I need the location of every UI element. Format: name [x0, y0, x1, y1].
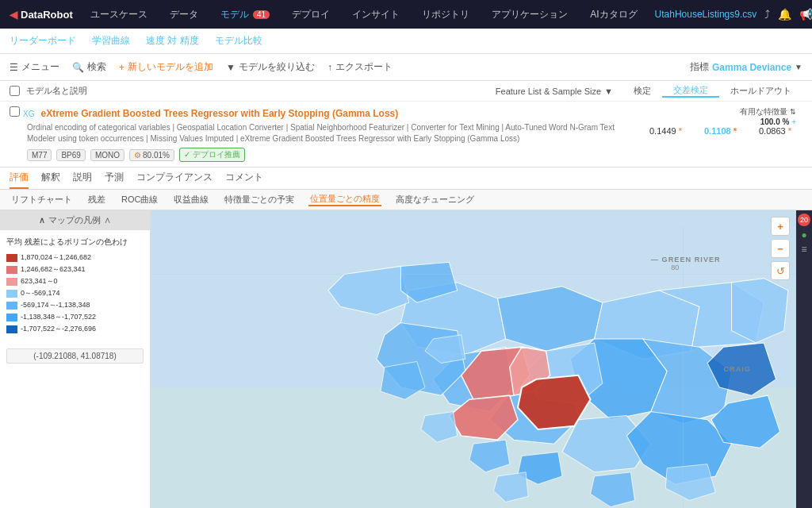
tab-evaluation[interactable]: 評価: [10, 171, 29, 189]
subnav-learning-curve[interactable]: 学習曲線: [92, 34, 130, 48]
zoom-in-button[interactable]: +: [771, 217, 790, 236]
validation-col-header: 検定: [622, 85, 662, 97]
select-all-checkbox[interactable]: [10, 86, 20, 96]
status-online-icon[interactable]: ●: [801, 229, 806, 241]
top-navigation: ◀ DataRobot ユースケース データ モデル 41 デプロイ インサイト…: [0, 0, 812, 29]
legend-item-7: -1,707,522～-2,276,696: [6, 324, 144, 334]
nav-app[interactable]: アプリケーション: [487, 8, 573, 21]
holdout-asterisk: *: [788, 126, 791, 136]
model-info: XG eXtreme Gradient Boosted Trees Regres…: [10, 106, 632, 162]
nav-model[interactable]: モデル 41: [216, 8, 274, 21]
export-button[interactable]: ↑ エクスポート: [327, 60, 393, 74]
metric-label: 指標: [690, 60, 709, 74]
feature-add-icon[interactable]: +: [791, 117, 796, 126]
legend-toggle-icon: ∧: [39, 215, 45, 225]
chart-subtabs: リフトチャート 残差 ROC曲線 収益曲線 特徴量ごとの予実 位置量ごとの精度 …: [0, 190, 812, 210]
validation-asterisk: *: [679, 126, 682, 136]
subtab-lift[interactable]: リフトチャート: [10, 194, 74, 206]
right-sidebar: 20 ● ≡: [796, 210, 812, 508]
subtab-advanced-tuning[interactable]: 高度なチューニング: [394, 194, 476, 206]
model-title[interactable]: eXtreme Gradient Boosted Trees Regressor…: [40, 108, 398, 119]
model-card: XG eXtreme Gradient Boosted Trees Regres…: [0, 102, 812, 167]
metric-dropdown-icon[interactable]: ▼: [795, 63, 802, 71]
nav-data[interactable]: データ: [165, 8, 203, 21]
legend-toggle[interactable]: ∧ マップの凡例 ∧: [0, 210, 150, 230]
feature-reorder-icon: ⇅: [790, 108, 796, 116]
subnav-model-compare[interactable]: モデル比較: [215, 34, 262, 48]
nav-ai-catalog[interactable]: AIカタログ: [585, 8, 642, 21]
reset-button[interactable]: ↺: [771, 261, 790, 280]
map-label-craig: CRAIG: [723, 365, 751, 373]
share-icon[interactable]: ⤴: [764, 8, 770, 21]
metric-selector[interactable]: 指標 Gamma Deviance ▼: [690, 60, 802, 74]
map-area[interactable]: · ELY UTAH — GREEN RIVER CRAIG GRAND JUN…: [151, 210, 796, 508]
main-content: ∧ マップの凡例 ∧ 平均 残差によるポリゴンの色わけ 1,870,024～1,…: [0, 210, 812, 508]
nav-filename[interactable]: UtahHouseListings9.csv: [655, 9, 757, 20]
legend-color-2: [6, 266, 17, 274]
model-badge: 41: [253, 10, 270, 19]
notification-badge[interactable]: 20: [798, 214, 810, 226]
tab-compliance[interactable]: コンプライアンス: [136, 171, 213, 189]
zoom-out-button[interactable]: −: [771, 239, 790, 258]
brand-name: DataRobot: [21, 9, 73, 21]
list-icon[interactable]: ≡: [801, 244, 806, 255]
nav-insight[interactable]: インサイト: [347, 8, 404, 21]
tab-interpretation[interactable]: 解釈: [41, 171, 60, 189]
legend-label-1: 1,870,024～1,246,682: [21, 252, 91, 263]
subnav-speed-accuracy[interactable]: 速度 対 精度: [146, 34, 199, 48]
legend-label-6: -1,138,348～-1,707,522: [21, 312, 96, 322]
cross-asterisk: *: [733, 126, 737, 136]
subtab-residual[interactable]: 残差: [86, 194, 107, 206]
legend-label-4: 0～-569,174: [21, 288, 60, 298]
tab-prediction[interactable]: 予測: [105, 171, 124, 189]
feature-filter-icon: ▼: [604, 87, 613, 96]
feature-info: 有用な特徴量 ⇅ 100.0 % +: [740, 106, 802, 126]
nav-deploy[interactable]: デプロイ: [287, 8, 335, 21]
search-button[interactable]: 🔍 検索: [72, 60, 106, 74]
feature-pct: 100.0 %: [760, 117, 790, 126]
menu-button[interactable]: ☰ メニュー: [10, 60, 59, 74]
model-list-header: モデル名と説明 Feature List & Sample Size ▼ 検定 …: [0, 81, 812, 102]
legend-color-6: [6, 314, 17, 321]
subtab-feature-accuracy[interactable]: 特徴量ごとの予実: [223, 194, 296, 206]
feature-filter[interactable]: Feature List & Sample Size ▼: [496, 87, 613, 96]
legend-label-7: -1,707,522～-2,276,696: [21, 324, 96, 334]
megaphone-icon[interactable]: 📢: [799, 8, 812, 21]
nav-usecase[interactable]: ユースケース: [86, 8, 152, 21]
tab-comment[interactable]: コメント: [225, 171, 263, 189]
legend-color-1: [6, 254, 17, 262]
legend-item-6: -1,138,348～-1,707,522: [6, 312, 144, 322]
model-checkbox[interactable]: [10, 106, 20, 117]
add-model-button[interactable]: + 新しいモデルを追加: [119, 60, 213, 74]
legend-color-7: [6, 325, 17, 333]
model-prefix: XG: [23, 110, 34, 118]
nav-right-actions: UtahHouseListings9.csv ⤴ 🔔 📢 📁 👤: [655, 6, 812, 23]
holdout-col-header: ホールドアウト: [719, 85, 802, 97]
legend-color-4: [6, 290, 17, 298]
legend-label-2: 1,246,682～623,341: [21, 264, 86, 275]
tag-pct: ⚙80.01%: [129, 149, 174, 161]
tag-bp69: BP69: [56, 149, 85, 161]
legend-item-5: -569,174～-1,138,348: [6, 300, 144, 310]
metric-value: Gamma Deviance: [712, 62, 791, 73]
tag-m77: M77: [27, 149, 52, 161]
cross-col-header: 交差検定: [662, 84, 719, 98]
filter-button[interactable]: ▼ モデルを絞り込む: [226, 60, 315, 74]
map-svg: · ELY UTAH — GREEN RIVER CRAIG GRAND JUN…: [151, 210, 796, 508]
legend-item-4: 0～-569,174: [6, 288, 144, 298]
search-icon: 🔍: [72, 62, 84, 73]
validation-score: 0.1449 *: [638, 126, 693, 136]
plus-icon: +: [119, 62, 124, 73]
map-label-green-river: — GREEN RIVER: [651, 256, 721, 264]
bell-icon[interactable]: 🔔: [778, 8, 791, 21]
subtab-roc[interactable]: ROC曲線: [120, 194, 159, 206]
subnav-leaderboard[interactable]: リーダーボード: [10, 34, 76, 48]
legend-label-3: 623,341～0: [21, 276, 58, 287]
legend-item-1: 1,870,024～1,246,682: [6, 252, 144, 263]
subtab-location-accuracy[interactable]: 位置量ごとの精度: [308, 193, 381, 206]
tab-description[interactable]: 説明: [73, 171, 92, 189]
brand-icon: ◀: [10, 9, 17, 21]
nav-repo[interactable]: リポジトリ: [417, 8, 474, 21]
export-icon: ↑: [327, 62, 332, 73]
subtab-revenue[interactable]: 収益曲線: [172, 194, 210, 206]
